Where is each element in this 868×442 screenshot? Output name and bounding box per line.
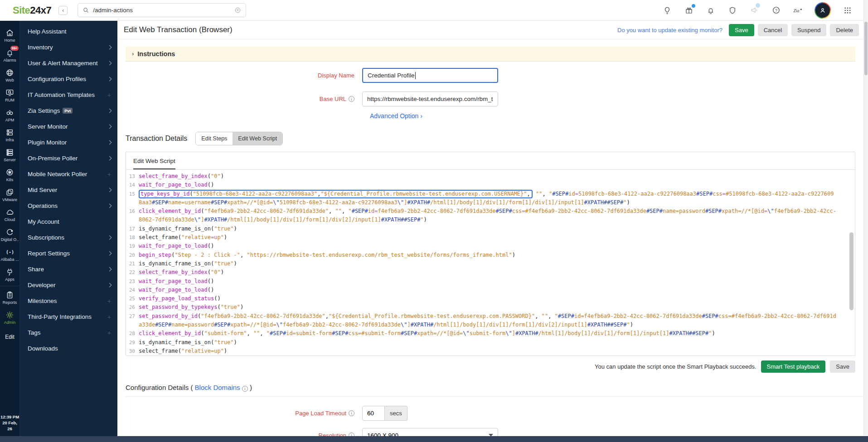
clear-search-icon[interactable] <box>234 7 241 14</box>
zia-icon[interactable]: Zia <box>793 5 803 15</box>
save-button[interactable]: Save <box>729 24 754 36</box>
code-line-16[interactable]: 16click_element_by_id("f4efb6a9-2bb2-42c… <box>126 207 855 225</box>
rail-item-apm[interactable]: APM <box>0 105 19 125</box>
page-load-timeout-input[interactable]: 60 <box>362 406 385 421</box>
delete-button[interactable]: Delete <box>830 24 859 36</box>
code-line-30[interactable]: 30select_frame("relative=up") <box>126 347 855 356</box>
code-line-17[interactable]: 17is_dynamic_frame_is_on("true") <box>126 225 855 233</box>
gift-icon[interactable] <box>684 5 694 15</box>
suspend-button[interactable]: Suspend <box>791 24 826 36</box>
resolution-select[interactable]: 1600 X 900 <box>362 428 498 437</box>
menu-item-my-account[interactable]: My Account <box>20 214 117 230</box>
rail-item-reports[interactable]: Reports <box>0 288 19 307</box>
menu-item-tags[interactable]: Tags+ <box>20 325 117 341</box>
code-line-15[interactable]: 15type_keys_by_id("51098fcb-68e3-4122-aa… <box>126 190 855 207</box>
code-line-23[interactable]: 23wait_for_page_to_load() <box>126 277 855 286</box>
rail-item-server[interactable]: Server <box>0 145 19 165</box>
code-text: set_password_by_id("f4efb6a9-2bb2-42cc-8… <box>139 312 855 330</box>
rail-item-k8s[interactable]: K8s <box>0 165 19 185</box>
menu-item-milestones[interactable]: Milestones+ <box>20 293 117 309</box>
rail-item-alarms[interactable]: 99+Alarms <box>0 45 19 65</box>
code-line-18[interactable]: 18select_frame("relative=up") <box>126 233 855 242</box>
notifications-bell-icon[interactable] <box>706 5 716 15</box>
update-existing-monitor-link[interactable]: Do you want to update existing monitor? <box>617 27 723 34</box>
code-line-21[interactable]: 21is_dynamic_frame_is_on("true") <box>126 259 855 268</box>
global-search-input[interactable]: /admin-actions <box>78 3 246 17</box>
code-line-24[interactable]: 24wait_for_page_to_load() <box>126 286 855 294</box>
rail-item-rum[interactable]: RUM <box>0 85 19 105</box>
menu-item-report-settings[interactable]: Report Settings <box>20 245 117 261</box>
menu-item-downloads[interactable]: Downloads <box>20 341 117 356</box>
smart-test-playback-button[interactable]: Smart Test playback <box>761 360 826 373</box>
code-line-13[interactable]: 13select_frame_by_index("0") <box>126 172 855 181</box>
sidebar-collapse-icon[interactable]: ‹ <box>58 6 68 15</box>
rail-edit-link[interactable]: Edit <box>5 327 15 343</box>
help-icon[interactable]: ? <box>771 5 781 15</box>
menu-item-operations[interactable]: Operations <box>20 198 117 214</box>
menu-item-subscriptions[interactable]: Subscriptions <box>20 230 117 245</box>
script-save-button[interactable]: Save <box>830 360 855 373</box>
edit-web-script-toggle[interactable]: Edit Web Script <box>233 132 282 145</box>
rail-item-alibaba[interactable]: (-)Alibaba ... <box>0 245 19 264</box>
code-line-20[interactable]: 20begin_step("Step - 2 : Click -", "http… <box>126 251 855 259</box>
code-text: is_dynamic_frame_is_on("true") <box>139 225 855 233</box>
rail-item-digital-o[interactable]: Digital O.. <box>0 225 19 245</box>
menu-item-mobile-network-poller[interactable]: Mobile Network Poller+ <box>20 166 117 182</box>
base-url-input[interactable]: https://rbmwebsite-test.enduserexp.com/r… <box>362 91 498 106</box>
instructions-accordion[interactable]: › Instructions <box>126 46 855 62</box>
info-icon[interactable]: i <box>349 96 354 102</box>
menu-item-configuration-profiles[interactable]: Configuration Profiles <box>20 71 117 87</box>
menu-item-user-alert-management[interactable]: User & Alert Management <box>20 55 117 71</box>
rail-item-infra[interactable]: Infra <box>0 125 19 145</box>
display-name-input[interactable]: Credential Profile <box>362 68 498 83</box>
rail-item-admin[interactable]: Admin <box>0 307 19 327</box>
menu-item-developer[interactable]: Developer <box>20 277 117 293</box>
menu-item-on-premise-poller[interactable]: On-Premise Poller <box>20 150 117 166</box>
code-line-27[interactable]: 27set_password_by_id("f4efb6a9-2bb2-42cc… <box>126 312 855 330</box>
page-scrollbar-thumb[interactable] <box>864 22 868 75</box>
block-domains-link[interactable]: Block Domains <box>195 384 240 391</box>
menu-item-inventory[interactable]: Inventory <box>20 39 117 55</box>
megaphone-icon[interactable] <box>749 5 759 15</box>
advanced-option-link[interactable]: Advanced Option › <box>370 112 422 120</box>
menu-item-mid-server[interactable]: Mid Server <box>20 182 117 198</box>
rail-item-home[interactable]: Home <box>0 25 19 45</box>
code-line-29[interactable]: 29is_dynamic_frame_is_on("true") <box>126 338 855 347</box>
rail-item-apps[interactable]: Apps <box>0 264 19 284</box>
menu-item-label: Downloads <box>28 345 58 352</box>
apps-grid-icon[interactable] <box>843 5 853 15</box>
chevron-right-icon <box>107 204 112 208</box>
info-icon[interactable]: i <box>349 432 354 437</box>
edit-steps-toggle[interactable]: Edit Steps <box>196 132 233 145</box>
line-number: 27 <box>126 312 139 330</box>
menu-item-third-party-integrations[interactable]: Third-Party Integrations+ <box>20 309 117 325</box>
info-icon[interactable]: i <box>349 410 354 416</box>
code-line-28[interactable]: 28click_element_by_id("submit-form", "",… <box>126 329 855 338</box>
page-scrollbar[interactable] <box>863 0 868 436</box>
code-line-26[interactable]: 26set_password_by_typekeys("true") <box>126 303 855 312</box>
code-line-14[interactable]: 14wait_for_page_to_load() <box>126 181 855 189</box>
tab-edit-web-script[interactable]: Edit Web Script <box>133 158 175 169</box>
info-icon[interactable]: i <box>242 386 248 392</box>
code-line-19[interactable]: 19wait_for_page_to_load() <box>126 242 855 250</box>
code-editor[interactable]: 13select_frame_by_index("0")14wait_for_p… <box>126 170 855 356</box>
rail-item-web[interactable]: Web <box>0 65 19 85</box>
menu-item-share[interactable]: Share <box>20 261 117 277</box>
page-title: Edit Web Transaction (Browser) <box>124 25 233 34</box>
menu-item-it-automation-templates[interactable]: IT Automation Templates+ <box>20 87 117 103</box>
web-icon <box>5 68 15 77</box>
code-line-22[interactable]: 22select_frame_by_index("0") <box>126 268 855 277</box>
menu-item-help-assistant[interactable]: Help Assistant <box>20 24 117 39</box>
rail-item-cloud[interactable]: Cloud <box>0 205 19 225</box>
menu-item-zia-settings[interactable]: Zia SettingsPvt <box>20 103 117 119</box>
shield-icon[interactable] <box>727 5 737 15</box>
bulb-icon[interactable] <box>662 5 672 15</box>
code-line-25[interactable]: 25verify_page_load_status() <box>126 294 855 303</box>
cancel-button[interactable]: Cancel <box>758 24 788 36</box>
editor-scrollbar-thumb[interactable] <box>849 232 853 310</box>
gift-notification-dot <box>692 4 695 8</box>
user-avatar[interactable] <box>815 2 831 19</box>
menu-item-plugin-monitor[interactable]: Plugin Monitor <box>20 135 117 150</box>
rail-item-vmware[interactable]: VMware <box>0 185 19 205</box>
menu-item-server-monitor[interactable]: Server Monitor <box>20 119 117 135</box>
